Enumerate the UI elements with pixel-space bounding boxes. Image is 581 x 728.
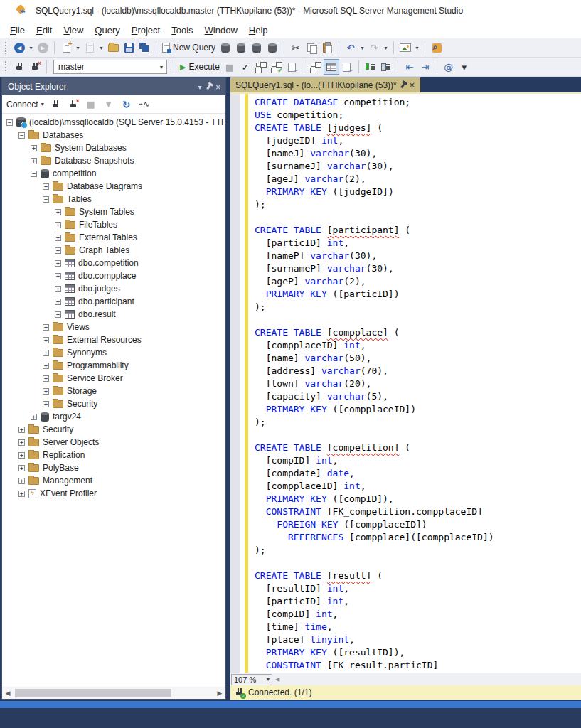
menu-help[interactable]: Help [243,23,274,38]
tab-close-icon[interactable]: × [409,80,415,90]
close-icon[interactable]: × [215,83,221,91]
tree-item-storage[interactable]: +Storage [2,385,225,397]
dax-query-button[interactable]: DAX [265,40,280,55]
tree-item-system-tables[interactable]: +System Tables [2,205,225,218]
panel-options-icon[interactable]: ▾ [198,83,202,91]
menu-file[interactable]: File [4,23,31,38]
tree-item-localdb-mssqllocaldb-sql-server-15-0-4153-tth[interactable]: −(localdb)\mssqllocaldb (SQL Server 15.0… [2,116,225,129]
tree-item-database-diagrams[interactable]: +Database Diagrams [2,180,225,193]
expand-icon[interactable]: + [18,439,25,446]
tree-item-targv24[interactable]: +targv24 [2,410,225,423]
expand-icon[interactable]: + [55,235,61,241]
change-connection-button[interactable]: × [27,59,43,75]
menu-window[interactable]: Window [199,23,243,38]
expand-icon[interactable]: + [18,491,25,497]
tree-item-database-snapshots[interactable]: +Database Snapshots [2,154,225,167]
expand-icon[interactable]: + [18,465,25,471]
expand-icon[interactable]: + [55,286,61,292]
expand-icon[interactable]: + [55,311,61,318]
menu-edit[interactable]: Edit [31,23,58,38]
zoom-control[interactable]: 107 % ▾ [231,674,272,685]
expand-icon[interactable]: + [43,388,49,395]
tree-item-graph-tables[interactable]: +Graph Tables [2,244,225,257]
connect-dropdown[interactable]: Connect▾ [6,100,44,109]
expand-icon[interactable]: + [55,273,61,279]
comment-button[interactable] [363,59,378,75]
new-project-dropdown[interactable]: ▾ [74,40,82,55]
object-explorer-hscrollbar[interactable]: ◀ ▶ [2,687,225,699]
live-stats-button[interactable] [269,59,284,75]
expand-icon[interactable]: + [55,209,61,215]
estimated-plan-button[interactable] [253,59,269,75]
new-project-button[interactable] [58,40,74,55]
template-params-button[interactable]: @ [441,59,457,75]
expand-icon[interactable]: + [43,350,49,356]
tree-item-dbo-judges[interactable]: +dbo.judges [2,282,225,295]
expand-icon[interactable]: + [18,478,25,484]
cut-button[interactable]: ✂ [288,40,304,55]
save-button[interactable] [121,40,137,55]
collapse-icon[interactable]: − [6,119,13,126]
expand-icon[interactable]: + [55,247,61,254]
tree-item-synonyms[interactable]: +Synonyms [2,346,225,359]
tree-item-external-resources[interactable]: +External Resources [2,333,225,346]
expand-icon[interactable]: + [43,337,49,343]
tree-item-service-broker[interactable]: +Service Broker [2,372,225,385]
expand-icon[interactable]: + [55,299,61,305]
expand-icon[interactable]: + [43,183,49,190]
expand-icon[interactable]: + [31,414,37,420]
menu-view[interactable]: View [58,23,89,38]
code-editor[interactable]: CREATE DATABASE competition;USE competit… [230,94,581,673]
toolbar-overflow[interactable]: ▾ [457,59,472,75]
menu-query[interactable]: Query [89,23,125,38]
tree-item-server-objects[interactable]: +Server Objects [2,436,225,449]
toolbar-grip[interactable] [4,60,8,73]
document-tab[interactable]: SQLQuery1.sql - (lo...(TTHK\opilane (53)… [230,77,420,92]
tree-item-databases[interactable]: −Databases [2,129,225,141]
window-selector-dropdown[interactable]: ▾ [413,40,421,55]
find-in-files-button[interactable] [429,40,444,55]
tree-item-dbo-compplace[interactable]: +dbo.compplace [2,269,225,282]
tree-item-tables[interactable]: −Tables [2,193,225,205]
pin-icon[interactable] [208,83,210,91]
dmx-query-button[interactable]: DMX [233,40,249,55]
menu-tools[interactable]: Tools [166,23,198,38]
tree-item-external-tables[interactable]: +External Tables [2,231,225,244]
hscroll-left-icon[interactable]: ◀ [272,676,282,682]
back-history-dropdown[interactable]: ▾ [27,40,35,55]
actual-plan-button[interactable] [308,59,324,75]
undo-button[interactable]: ↶ [343,40,358,55]
tree-item-replication[interactable]: +Replication [2,449,225,461]
tree-item-dbo-participant[interactable]: +dbo.participant [2,295,225,308]
activity-monitor-icon[interactable]: ⌁∿ [138,98,151,111]
expand-icon[interactable]: + [43,401,49,407]
increase-indent-button[interactable]: ⇥ [417,59,433,75]
paste-button[interactable] [319,40,335,55]
tree-item-dbo-competition[interactable]: +dbo.competition [2,257,225,269]
parse-button[interactable]: ✓ [238,59,253,75]
mdx-query-button[interactable]: MDX [218,40,233,55]
tree-item-management[interactable]: +Management [2,474,225,487]
copy-button[interactable] [304,40,319,55]
breakpoint-margin[interactable] [230,94,240,673]
expand-icon[interactable]: + [18,427,25,433]
collapse-icon[interactable]: − [43,196,49,203]
new-query-button[interactable]: New Query [160,40,218,55]
expand-icon[interactable]: + [55,222,61,228]
window-selector-button[interactable] [398,40,413,55]
collapse-icon[interactable]: − [18,132,25,139]
save-all-button[interactable] [137,40,152,55]
expand-icon[interactable]: + [43,324,49,331]
scrollbar-thumb[interactable] [15,689,171,697]
connect-server-icon[interactable] [49,98,62,111]
connect-button[interactable] [11,59,27,75]
collapse-icon[interactable]: − [31,171,37,177]
tree-item-filetables[interactable]: +FileTables [2,218,225,231]
tree-item-xevent-profiler[interactable]: +XEvent Profiler [2,487,225,500]
expand-icon[interactable]: + [18,452,25,459]
tree-item-polybase[interactable]: +PolyBase [2,461,225,474]
scroll-left-icon[interactable]: ◀ [2,690,14,697]
expand-icon[interactable]: + [43,375,49,382]
tree-item-programmability[interactable]: +Programmability [2,359,225,372]
expand-icon[interactable]: + [31,158,37,164]
